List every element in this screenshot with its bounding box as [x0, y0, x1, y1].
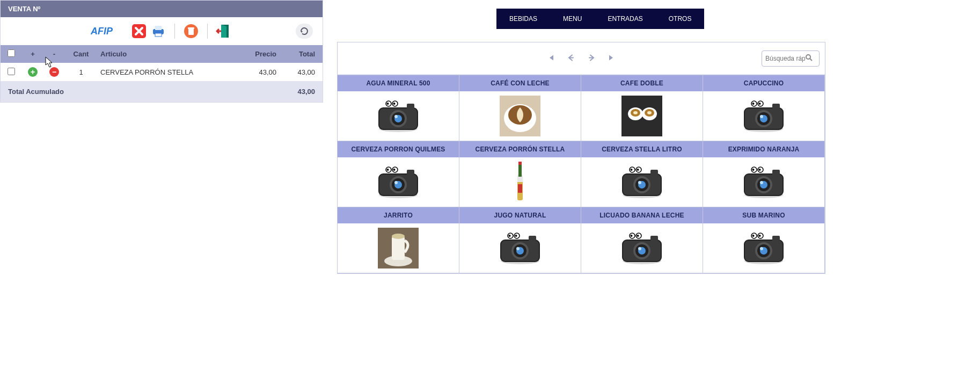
svg-rect-30 — [392, 236, 405, 260]
total-label: Total Acumulado — [1, 81, 237, 102]
col-article: Articulo — [97, 45, 237, 63]
col-qty: Cant — [65, 45, 97, 63]
category-nav: BEBIDASMENUENTRADASOTROS — [496, 9, 704, 29]
col-plus: + — [22, 45, 43, 63]
product-image — [703, 91, 824, 141]
product-name: SUB MARINO — [703, 207, 824, 223]
product-item[interactable]: CERVEZA STELLA LITRO — [581, 141, 703, 207]
product-name: CERVEZA PORRON QUILMES — [338, 141, 459, 157]
nav-item-entradas[interactable]: ENTRADAS — [595, 9, 655, 29]
page-prev-icon[interactable] — [567, 54, 575, 63]
product-item[interactable]: LICUADO BANANA LECHE — [581, 207, 703, 273]
refresh-button[interactable] — [296, 24, 313, 39]
search-icon[interactable] — [805, 54, 813, 63]
col-price: Precio — [237, 45, 280, 63]
svg-rect-4 — [155, 33, 162, 37]
search-input[interactable] — [765, 55, 805, 62]
product-image — [581, 223, 703, 273]
product-name: CAPUCCINO — [703, 75, 824, 91]
product-image — [459, 223, 581, 273]
search-box[interactable] — [762, 50, 820, 67]
nav-item-otros[interactable]: OTROS — [656, 9, 705, 29]
row-checkbox[interactable] — [8, 68, 15, 75]
pager — [547, 54, 616, 63]
svg-rect-3 — [155, 26, 162, 30]
print-button[interactable] — [150, 23, 167, 40]
product-catalog: AGUA MINERAL 500 CAFÉ CON LECHE CAFE DOB… — [337, 42, 825, 274]
product-image — [338, 91, 459, 141]
svg-point-19 — [633, 111, 638, 114]
delete-button[interactable] — [182, 23, 200, 40]
table-header-row: + - Cant Articulo Precio Total — [1, 45, 323, 63]
row-article: CERVEZA PORRÓN STELLA — [97, 63, 237, 81]
product-name: JUGO NATURAL — [459, 207, 581, 223]
sale-table: + - Cant Articulo Precio Total + − 1 CER… — [1, 45, 323, 102]
page-next-icon[interactable] — [588, 54, 595, 63]
svg-rect-6 — [188, 28, 194, 35]
nav-item-bebidas[interactable]: BEBIDAS — [496, 9, 550, 29]
select-all-checkbox[interactable] — [8, 49, 15, 57]
svg-marker-10 — [301, 31, 303, 33]
total-row: Total Acumulado 43,00 — [1, 81, 323, 102]
product-image — [459, 91, 581, 141]
decrement-button[interactable]: − — [49, 67, 59, 77]
divider — [174, 24, 175, 39]
product-name: CAFÉ CON LECHE — [459, 75, 581, 91]
product-image — [703, 157, 824, 207]
product-name: CERVEZA PORRÓN STELLA — [459, 141, 581, 157]
afip-logo[interactable]: AFIP — [91, 26, 128, 37]
nav-item-menu[interactable]: MENU — [550, 9, 595, 29]
product-name: AGUA MINERAL 500 — [338, 75, 459, 91]
svg-rect-7 — [188, 27, 194, 29]
product-image — [581, 91, 703, 141]
product-image — [459, 157, 581, 207]
product-item[interactable]: AGUA MINERAL 500 — [338, 75, 459, 141]
product-item[interactable]: JUGO NATURAL — [459, 207, 581, 273]
product-image — [581, 157, 703, 207]
product-item[interactable]: CAFÉ CON LECHE — [459, 75, 581, 141]
product-name: CAFE DOBLE — [581, 75, 703, 91]
svg-point-31 — [392, 234, 405, 239]
catalog-header — [338, 42, 825, 75]
cancel-button[interactable] — [130, 23, 148, 40]
svg-marker-9 — [221, 25, 226, 38]
sale-header: VENTA Nº — [1, 1, 323, 17]
product-item[interactable]: CERVEZA PORRÓN STELLA — [459, 141, 581, 207]
product-item[interactable]: CERVEZA PORRON QUILMES — [338, 141, 459, 207]
sale-toolbar: AFIP — [1, 17, 323, 45]
svg-point-22 — [647, 111, 652, 114]
col-total: Total — [280, 45, 323, 63]
product-item[interactable]: EXPRIMIDO NARANJA — [703, 141, 825, 207]
divider-2 — [207, 24, 208, 39]
product-name: LICUADO BANANA LECHE — [581, 207, 703, 223]
product-item[interactable]: SUB MARINO — [703, 207, 825, 273]
page-first-icon[interactable] — [547, 54, 554, 63]
row-total: 43,00 — [280, 63, 323, 81]
row-price: 43,00 — [237, 63, 280, 81]
product-item[interactable]: JARRITO — [338, 207, 459, 273]
svg-rect-26 — [518, 162, 522, 165]
product-name: CERVEZA STELLA LITRO — [581, 141, 703, 157]
svg-rect-27 — [518, 184, 522, 193]
svg-point-11 — [806, 55, 810, 59]
page-last-icon[interactable] — [608, 54, 616, 63]
svg-rect-25 — [518, 164, 522, 177]
product-item[interactable]: CAFE DOBLE — [581, 75, 703, 141]
total-value: 43,00 — [237, 81, 323, 102]
svg-line-12 — [810, 59, 812, 61]
row-qty: 1 — [65, 63, 97, 81]
increment-button[interactable]: + — [28, 67, 38, 77]
exit-button[interactable] — [215, 23, 232, 40]
svg-text:AFIP: AFIP — [91, 26, 113, 37]
table-row[interactable]: + − 1 CERVEZA PORRÓN STELLA 43,00 43,00 — [1, 63, 323, 81]
sale-panel: VENTA Nº AFIP + - — [0, 0, 323, 103]
product-image — [338, 157, 459, 207]
sale-title: VENTA Nº — [8, 5, 40, 13]
product-name: JARRITO — [338, 207, 459, 223]
product-name: EXPRIMIDO NARANJA — [703, 141, 824, 157]
col-minus: - — [43, 45, 65, 63]
product-image — [338, 223, 459, 273]
product-item[interactable]: CAPUCCINO — [703, 75, 825, 141]
product-grid: AGUA MINERAL 500 CAFÉ CON LECHE CAFE DOB… — [338, 75, 825, 273]
product-image — [703, 223, 824, 273]
